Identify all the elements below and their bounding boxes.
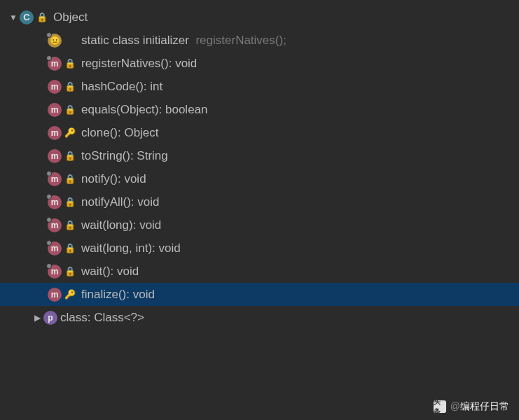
expand-arrow-icon[interactable]: ▶ [31, 313, 43, 323]
member-label: wait(long, int): void [81, 241, 181, 255]
native-overlay-icon [46, 263, 52, 269]
method-icon: m [48, 126, 62, 140]
tree-member-row[interactable]: m🔒notifyAll(): void [0, 190, 519, 214]
native-overlay-icon [46, 32, 52, 38]
member-dim-label: registerNatives(); [189, 34, 286, 48]
method-icon: m [48, 218, 62, 232]
initializer-icon: 😐 [48, 34, 62, 48]
tree-member-row[interactable]: m🔒hashCode(): int [0, 75, 519, 98]
method-icon: m [48, 80, 62, 94]
watermark-name: 编程仔日常 [460, 400, 509, 412]
lock-icon: 🔒 [64, 174, 76, 184]
lock-icon: 🔒 [64, 150, 76, 161]
tree-member-row[interactable]: m🔒wait(long, int): void [0, 237, 519, 260]
native-overlay-icon [46, 171, 52, 176]
lock-icon: 🔒 [64, 266, 76, 276]
member-label: finalize(): void [81, 288, 155, 302]
member-label: clone(): Object [81, 126, 159, 140]
lock-icon: 🔒 [64, 220, 76, 230]
tree-member-row[interactable]: m🔑finalize(): void [0, 283, 519, 306]
native-overlay-icon [46, 55, 52, 61]
member-label: wait(long): void [81, 218, 161, 232]
tree-member-row[interactable]: m🔒registerNatives(): void [0, 52, 519, 75]
structure-tree: ▼ C 🔒 Object 😐static class initializer r… [0, 0, 519, 329]
tree-root-row[interactable]: ▼ C 🔒 Object [0, 6, 519, 29]
class-name-label: Object [53, 10, 88, 24]
key-icon: 🔑 [64, 289, 76, 300]
watermark-at: @ [450, 400, 460, 412]
native-overlay-icon [46, 240, 52, 246]
native-overlay-icon [46, 217, 52, 223]
lock-icon: 🔒 [64, 243, 76, 253]
lock-icon: 🔒 [36, 12, 48, 22]
method-icon: m [48, 103, 62, 117]
member-label: toString(): String [81, 149, 168, 163]
property-icon: p [43, 311, 57, 325]
tree-member-row[interactable]: 😐static class initializer registerNative… [0, 29, 519, 52]
member-label: registerNatives(): void [81, 57, 197, 71]
lock-icon: 🔒 [64, 81, 76, 92]
tree-member-row[interactable]: m🔒wait(): void [0, 260, 519, 283]
method-icon: m [48, 57, 62, 71]
member-label: notifyAll(): void [81, 195, 159, 209]
native-overlay-icon [46, 194, 52, 200]
method-icon: m [48, 288, 62, 302]
lock-icon: 🔒 [64, 197, 76, 207]
class-icon: C [20, 10, 34, 24]
member-label: notify(): void [81, 172, 146, 186]
tree-member-row[interactable]: m🔒wait(long): void [0, 214, 519, 237]
member-label: equals(Object): boolean [81, 103, 208, 117]
tree-member-row[interactable]: m🔒toString(): String [0, 144, 519, 167]
tree-member-row[interactable]: m🔒notify(): void [0, 167, 519, 190]
tree-member-row[interactable]: m🔒equals(Object): boolean [0, 98, 519, 121]
property-label: class: Class<?> [60, 311, 144, 325]
members-list: 😐static class initializer registerNative… [0, 29, 519, 306]
expand-arrow-icon[interactable]: ▼ [7, 13, 20, 22]
method-icon: m [48, 241, 62, 255]
lock-icon: 🔒 [64, 104, 76, 115]
member-label: hashCode(): int [81, 80, 162, 94]
member-label: wait(): void [81, 265, 139, 279]
tree-sub-row[interactable]: ▶ p class: Class<?> [0, 306, 519, 329]
member-label: static class initializer [81, 34, 189, 48]
tree-member-row[interactable]: m🔑clone(): Object [0, 121, 519, 144]
watermark-logo: 头条 [434, 400, 446, 413]
method-icon: m [48, 149, 62, 163]
method-icon: m [48, 265, 62, 279]
method-icon: m [48, 195, 62, 209]
key-icon: 🔑 [64, 127, 76, 138]
method-icon: m [48, 172, 62, 186]
watermark: 头条 @编程仔日常 [434, 400, 509, 413]
private-lock-icon: 🔒 [64, 58, 76, 69]
